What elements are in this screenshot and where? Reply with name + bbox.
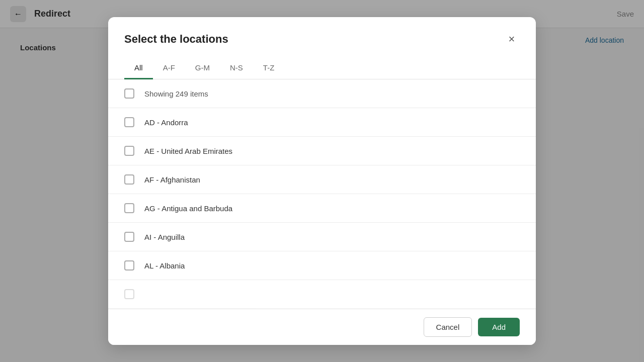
list-count: Showing 249 items xyxy=(144,89,208,98)
tab-all[interactable]: All xyxy=(124,57,153,79)
cancel-button[interactable]: Cancel xyxy=(424,317,472,337)
modal-footer: Cancel Add xyxy=(108,309,536,345)
checkbox-ad[interactable] xyxy=(124,117,134,127)
checkbox-ag[interactable] xyxy=(124,203,134,213)
tab-t-z[interactable]: T-Z xyxy=(253,57,285,79)
modal-overlay: Select the locations × All A-F G-M N-S T… xyxy=(0,0,644,362)
modal-title: Select the locations xyxy=(124,33,228,46)
checkbox-af[interactable] xyxy=(124,174,134,185)
item-label-ag: AG - Antigua and Barbuda xyxy=(144,204,232,213)
checkbox-ae[interactable] xyxy=(124,146,134,156)
tab-g-m[interactable]: G-M xyxy=(185,57,220,79)
location-select-modal: Select the locations × All A-F G-M N-S T… xyxy=(108,17,536,345)
checkbox-am[interactable] xyxy=(124,289,134,299)
list-item[interactable]: AI - Anguilla xyxy=(108,223,536,251)
list-header-row[interactable]: Showing 249 items xyxy=(108,79,536,108)
tab-a-f[interactable]: A-F xyxy=(153,57,185,79)
item-label-al: AL - Albania xyxy=(144,261,185,270)
close-icon: × xyxy=(509,33,515,46)
item-label-ad: AD - Andorra xyxy=(144,118,188,127)
location-list-container[interactable]: Showing 249 items AD - Andorra AE - Unit… xyxy=(108,79,536,309)
modal-tabs: All A-F G-M N-S T-Z xyxy=(108,57,536,79)
item-label-ai: AI - Anguilla xyxy=(144,233,185,241)
tab-n-s[interactable]: N-S xyxy=(220,57,253,79)
list-item[interactable] xyxy=(108,280,536,309)
modal-header: Select the locations × xyxy=(108,17,536,57)
checkbox-ai[interactable] xyxy=(124,232,134,242)
select-all-checkbox[interactable] xyxy=(124,88,134,99)
add-button[interactable]: Add xyxy=(478,318,520,336)
list-item[interactable]: AL - Albania xyxy=(108,251,536,280)
list-item[interactable]: AD - Andorra xyxy=(108,108,536,137)
checkbox-al[interactable] xyxy=(124,260,134,270)
modal-close-button[interactable]: × xyxy=(504,31,520,47)
list-item[interactable]: AE - United Arab Emirates xyxy=(108,137,536,165)
item-label-ae: AE - United Arab Emirates xyxy=(144,147,232,155)
item-label-af: AF - Afghanistan xyxy=(144,175,200,184)
list-item[interactable]: AF - Afghanistan xyxy=(108,165,536,194)
list-item[interactable]: AG - Antigua and Barbuda xyxy=(108,194,536,223)
